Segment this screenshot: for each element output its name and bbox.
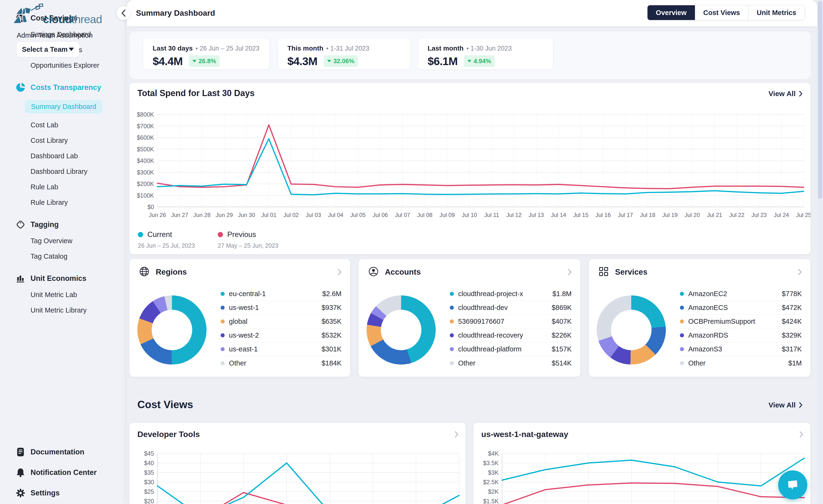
sidebar-item-rule-library[interactable]: Rule Library [30,199,68,206]
svg-text:Jul 25: Jul 25 [796,212,811,218]
sidebar-item-documentation[interactable]: Documentation [16,447,127,457]
svg-text:Jun 26: Jun 26 [149,212,166,218]
legend-dot-icon [220,361,225,365]
svg-text:$2.5K: $2.5K [483,479,499,485]
tab-unit-metrics[interactable]: Unit Metrics [749,5,805,20]
svg-text:Jul 19: Jul 19 [662,212,677,218]
sidebar-item-dashboard-library[interactable]: Dashboard Library [30,168,88,175]
legend-dot-icon [138,232,143,237]
svg-text:Jul 17: Jul 17 [618,212,633,218]
stat-delta-badge: 32.06% [324,55,358,67]
sidebar-section-label: Unit Economics [30,274,86,283]
breakdown-row: OCBPremiumSupport$424K [680,315,802,329]
legend-dot-icon [220,306,225,310]
regions-donut-chart [137,295,206,364]
sidebar-item-notification-center[interactable]: Notification Center [16,468,127,477]
svg-text:$40: $40 [144,460,154,466]
spend-chart-legend: Current26 Jun – 25 Jul, 2023Previous27 M… [138,230,278,249]
svg-text:$4K: $4K [488,450,499,457]
breakdown-card-regions: Regionseu-central-1$2.6Mus-west-1$937Kgl… [130,259,350,377]
sidebar: cloudthread Admin Team Assumption Select… [0,0,127,504]
sidebar-item-dashboard-lab[interactable]: Dashboard Lab [30,152,78,160]
stat-period: Last month [428,44,464,52]
sidebar-item-label: Notification Center [30,468,97,477]
chevron-right-icon [799,402,803,408]
sidebar-section-unit-economics[interactable]: Unit Economics [16,274,127,283]
breakdown-label: 536909176607 [458,318,504,325]
breakdown-label: Other [229,359,246,367]
sidebar-item-label: Documentation [30,448,85,456]
view-all-label: View All [769,401,796,409]
breakdown-legend-list: AmazonEC2$778KAmazonECS$472KOCBPremiumSu… [680,287,802,370]
chevron-left-icon [121,9,126,17]
spend-view-all-link[interactable]: View All [769,90,803,98]
sidebar-item-opportunities-explorer[interactable]: Opportunities Explorer [30,61,100,69]
developer-tools-line-chart: $45$40$35$30$25$20$15$10$5$0 [130,444,466,504]
sidebar-item-cost-library[interactable]: Cost Library [30,137,68,145]
legend-dot-icon [220,347,225,351]
legend-series-name: Previous [227,230,256,239]
chevron-right-icon[interactable] [568,269,571,276]
stat-delta-value: 26.8% [199,57,216,65]
sidebar-item-unit-metric-library[interactable]: Unit Metric Library [30,306,87,314]
svg-text:$3.5K: $3.5K [483,460,499,466]
breakdown-label: OCBPremiumSupport [688,318,755,325]
chevron-down-icon [69,48,74,51]
breakdown-legend-list: cloudthread-project-x$1.8Mcloudthread-de… [450,287,571,370]
grid-icon [598,266,609,278]
breakdown-label: Other [458,359,476,367]
breakdown-label: global [229,318,247,325]
page-scrollbar[interactable] [817,0,823,504]
breakdown-label: cloudthread-recovery [458,331,523,339]
breakdown-value: $226K [551,331,571,339]
sidebar-item-rule-lab[interactable]: Rule Lab [30,183,58,191]
chevron-right-icon[interactable] [455,431,458,439]
svg-text:Jul 24: Jul 24 [774,212,789,218]
sidebar-item-settings[interactable]: Settings [16,488,127,498]
sidebar-item-unit-metric-lab[interactable]: Unit Metric Lab [30,291,77,299]
chevron-right-icon[interactable] [338,269,341,276]
svg-text:Jun 28: Jun 28 [193,212,210,218]
sidebar-item-summary-dashboard[interactable]: Summary Dashboard [25,100,103,114]
team-select-dropdown[interactable]: Select a Team [17,42,79,57]
chat-icon [785,478,800,492]
svg-text:$800K: $800K [137,111,154,118]
tab-overview[interactable]: Overview [647,5,695,20]
sidebar-item-label: Settings [30,489,59,497]
chat-widget-button[interactable] [778,470,807,499]
sidebar-item-tag-overview[interactable]: Tag Overview [30,237,72,245]
svg-text:$0: $0 [147,204,154,210]
cost-view-card-title: Developer Tools [137,430,200,439]
chevron-right-icon[interactable] [799,431,803,439]
svg-text:Jul 18: Jul 18 [640,212,655,218]
cost-views-view-all-link[interactable]: View All [769,401,803,409]
page-header: Summary Dashboard OverviewCost ViewsUnit… [127,0,817,26]
breakdown-row: AmazonS3$317K [680,342,802,356]
legend-dot-icon [450,361,454,365]
breakdown-value: $869K [551,304,571,312]
svg-text:$2K: $2K [488,488,499,495]
svg-text:Jul 20: Jul 20 [685,212,700,218]
breakdown-card-services: ServicesAmazonEC2$778KAmazonECS$472KOCBP… [589,259,810,377]
legend-dot-icon [450,347,454,351]
sidebar-section-costs-transparency[interactable]: Costs Transparency [16,83,127,92]
scrollbar-thumb[interactable] [818,1,822,199]
cloudthread-logo[interactable]: cloudthread [11,3,102,26]
breakdown-value: $407K [551,318,571,325]
sidebar-section-tagging[interactable]: Tagging [16,220,127,229]
svg-text:Jul 06: Jul 06 [372,212,388,218]
svg-text:$3K: $3K [488,469,499,476]
collapse-sidebar-button[interactable] [117,6,131,20]
breakdown-row: AmazonRDS$329K [680,329,802,342]
legend-series-name: Current [147,230,172,239]
stat-delta-badge: 26.8% [189,55,220,67]
sidebar-item-tag-catalog[interactable]: Tag Catalog [30,253,67,260]
stat-date-range: • 26 Jun – 25 Jul 2023 [195,45,260,52]
chevron-right-icon[interactable] [798,269,802,276]
svg-text:Jul 14: Jul 14 [551,212,566,218]
legend-dot-icon [680,320,684,324]
svg-text:Jun 29: Jun 29 [215,212,233,218]
sidebar-section-label: Tagging [30,220,59,229]
sidebar-item-cost-lab[interactable]: Cost Lab [30,121,58,129]
tab-cost-views[interactable]: Cost Views [695,5,749,20]
